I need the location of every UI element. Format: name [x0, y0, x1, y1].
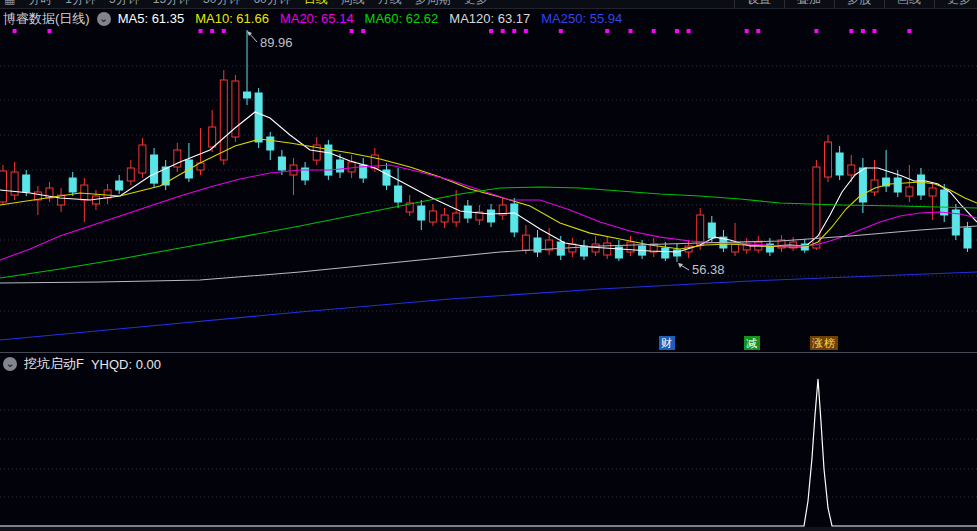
menu-item-period-10[interactable]: 更多 [464, 0, 488, 8]
candles-layer[interactable] [0, 30, 971, 262]
ma5-label: MA5: 61.35 [118, 11, 185, 26]
menubar: ▦分时1分钟5分钟15分钟30分钟60分钟日线周线月线多周期更多 设置叠加多股画… [0, 0, 977, 9]
badge-rank[interactable]: 涨榜 [810, 336, 838, 350]
sub-indicator-chart[interactable] [0, 375, 977, 527]
menu-item-tool-3[interactable]: 画线 [884, 0, 921, 8]
badge-reduce[interactable]: 减 [744, 336, 760, 350]
ma10-label: MA10: 61.66 [195, 11, 269, 26]
menu-item-period-8[interactable]: 月线 [378, 0, 402, 8]
menu-item-tool-4[interactable]: 更多 [934, 0, 971, 8]
main-candlestick-chart[interactable]: 89.9656.38 财减涨榜 [0, 28, 977, 352]
menu-item-period-0[interactable]: 分时 [28, 0, 52, 8]
ma-labels: MA5: 61.35MA10: 61.66MA20: 65.14MA60: 62… [118, 11, 634, 26]
tool-menu: 设置叠加多股画线更多 [734, 0, 977, 8]
indicator-value-label: YHQD: [91, 357, 132, 372]
ma60-line [0, 187, 977, 278]
menu-item-tool-1[interactable]: 叠加 [784, 0, 821, 8]
menu-item-period-4[interactable]: 30分钟 [203, 0, 240, 8]
low-price-annotation: 56.38 [692, 262, 725, 277]
chevron-down-icon[interactable]: ⌄ [97, 12, 111, 26]
bottom-strip [0, 527, 977, 531]
badge-finance[interactable]: 财 [659, 336, 675, 350]
ma5-line [0, 112, 977, 252]
sub-chart-canvas[interactable] [0, 375, 977, 527]
signal-dots-layer [13, 29, 912, 33]
grid-icon[interactable]: ▦ [4, 0, 15, 8]
period-menu: ▦分时1分钟5分钟15分钟30分钟60分钟日线周线月线多周期更多 [0, 0, 488, 8]
sub-panel-header: ⌄ 挖坑启动F YHQD: 0.00 [0, 352, 977, 375]
ma120-label: MA120: 63.17 [449, 11, 530, 26]
indicator-value: YHQD: 0.00 [91, 357, 161, 372]
ma20-label: MA20: 65.14 [280, 11, 354, 26]
menu-item-period-3[interactable]: 15分钟 [153, 0, 190, 8]
menu-item-period-5[interactable]: 60分钟 [253, 0, 290, 8]
app-window: ▦分时1分钟5分钟15分钟30分钟60分钟日线周线月线多周期更多 设置叠加多股画… [0, 0, 977, 531]
main-panel-header: 博睿数据(日线) ⌄ MA5: 61.35MA10: 61.66MA20: 65… [0, 9, 977, 28]
menu-item-period-7[interactable]: 周线 [341, 0, 365, 8]
indicator-spike-line [0, 379, 977, 526]
ma60-label: MA60: 62.62 [365, 11, 439, 26]
menu-item-period-9[interactable]: 多周期 [415, 0, 451, 8]
stock-title[interactable]: 博睿数据(日线) [3, 10, 90, 28]
indicator-value-number: 0.00 [136, 357, 161, 372]
menu-item-period-6[interactable]: 日线 [304, 0, 328, 8]
menu-item-period-1[interactable]: 1分钟 [65, 0, 96, 8]
high-price-annotation: 89.96 [260, 35, 293, 50]
menu-item-tool-0[interactable]: 设置 [734, 0, 771, 8]
main-chart-canvas[interactable]: 89.9656.38 [0, 28, 977, 352]
sub-gridlines [0, 410, 977, 497]
chevron-down-icon[interactable]: ⌄ [3, 357, 17, 371]
ma250-label: MA250: 55.94 [541, 11, 622, 26]
indicator-title[interactable]: 挖坑启动F [24, 355, 84, 373]
ma250-line [0, 272, 977, 340]
gridlines [0, 66, 977, 311]
menu-item-period-2[interactable]: 5分钟 [109, 0, 140, 8]
menu-item-tool-2[interactable]: 多股 [834, 0, 871, 8]
